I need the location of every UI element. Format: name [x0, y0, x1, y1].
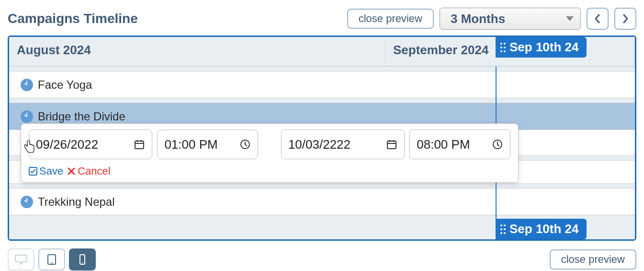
checkbox-checked-icon [29, 167, 37, 176]
start-time-input[interactable]: 01:00 PM [157, 130, 258, 159]
footer: close preview [8, 248, 636, 271]
desktop-view-button[interactable] [8, 248, 34, 271]
chevron-right-icon [621, 14, 629, 24]
row-label: Trekking Nepal [38, 195, 115, 209]
start-time-value: 01:00 PM [164, 137, 217, 152]
page-title: Campaigns Timeline [8, 11, 341, 26]
end-date-value: 10/03/2222 [288, 137, 350, 152]
next-button[interactable] [614, 8, 636, 30]
row-gap [9, 67, 635, 71]
row-label: Face Yoga [38, 78, 92, 92]
row-label: Bridge the Divide [38, 110, 125, 123]
drag-handle-icon [500, 43, 506, 52]
clock-outline-icon [239, 139, 251, 150]
range-select[interactable]: 3 Months [440, 8, 581, 30]
calendar-icon [134, 139, 145, 150]
calendar-icon [386, 139, 397, 150]
end-date-input[interactable]: 10/03/2222 [281, 130, 405, 159]
row-gap [9, 184, 635, 189]
timeline-header: Campaigns Timeline close preview 3 Month… [8, 8, 636, 30]
close-preview-button[interactable]: close preview [347, 9, 434, 29]
mobile-icon [76, 254, 89, 265]
svg-point-15 [51, 262, 53, 264]
month-cell-first: August 2024 [9, 37, 385, 66]
save-button[interactable]: Save [29, 165, 63, 177]
timeline-frame: August 2024 September 2024 Face Yoga Bri… [8, 35, 636, 241]
tablet-icon [45, 254, 58, 265]
end-time-value: 08:00 PM [417, 137, 470, 152]
svg-point-17 [82, 262, 83, 263]
date-range-popover: 09/26/2022 01:00 PM 10/03/2222 08:00 PM [21, 123, 519, 183]
marker-chip-bottom[interactable]: Sep 10th 24 [496, 219, 587, 239]
gantt-row-face-yoga[interactable]: Face Yoga [9, 71, 635, 98]
x-icon [67, 167, 76, 176]
chevron-left-icon [594, 14, 601, 24]
clock-outline-icon [492, 139, 503, 150]
clock-icon [21, 110, 33, 123]
clock-icon [21, 196, 33, 208]
marker-chip-top[interactable]: Sep 10th 24 [496, 37, 587, 58]
svg-rect-0 [135, 141, 144, 149]
range-select-label: 3 Months [451, 12, 505, 26]
svg-rect-11 [15, 255, 27, 262]
drag-handle-icon [500, 224, 506, 234]
clock-icon [21, 79, 33, 91]
chevron-down-icon [566, 16, 574, 21]
svg-rect-5 [387, 141, 396, 149]
cancel-label: Cancel [78, 165, 110, 177]
popover-actions: Save Cancel [29, 165, 510, 177]
marker-label: Sep 10th 24 [509, 40, 579, 55]
gantt-row-trekking-nepal[interactable]: Trekking Nepal [9, 189, 635, 215]
mobile-view-button[interactable] [69, 248, 96, 271]
row-gap [9, 98, 635, 103]
start-date-value: 09/26/2022 [36, 137, 98, 152]
timeline-rows: Face Yoga Bridge the Divide Trekking Nep… [9, 67, 635, 239]
start-date-input[interactable]: 09/26/2022 [29, 130, 152, 159]
marker-label: Sep 10th 24 [509, 222, 579, 236]
popover-inputs: 09/26/2022 01:00 PM 10/03/2222 08:00 PM [29, 130, 510, 159]
close-preview-button-footer[interactable]: close preview [550, 249, 636, 270]
prev-button[interactable] [587, 8, 609, 30]
cancel-button[interactable]: Cancel [67, 165, 110, 177]
tablet-view-button[interactable] [38, 248, 65, 271]
desktop-icon [14, 254, 28, 265]
end-time-input[interactable]: 08:00 PM [409, 130, 510, 159]
save-label: Save [39, 165, 63, 177]
